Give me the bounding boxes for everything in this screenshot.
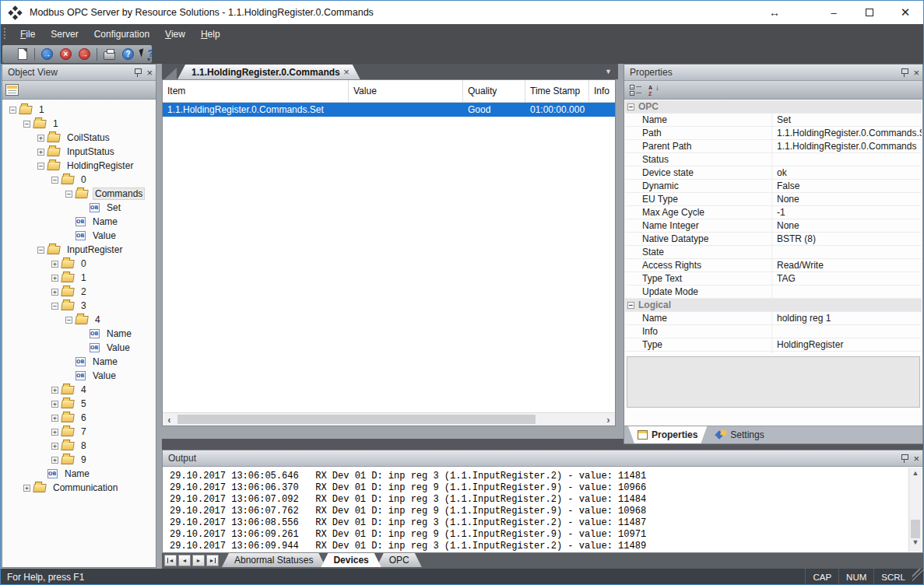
scroll-down-icon[interactable]: ▼ xyxy=(909,538,922,550)
last-tab-icon[interactable]: ► xyxy=(206,555,219,566)
property-value[interactable] xyxy=(771,153,922,166)
tree-toggle-minus-icon[interactable]: − xyxy=(37,247,44,254)
tree-item-name[interactable]: OB]Name xyxy=(3,215,155,229)
tree-item-coilstatus[interactable]: +CoilStatus xyxy=(3,131,155,145)
tree-toggle-minus-icon[interactable]: − xyxy=(65,317,72,324)
tree-toggle-minus-icon[interactable]: − xyxy=(65,191,72,198)
tree-item-name[interactable]: OB]Name xyxy=(3,355,155,369)
tree-item-7[interactable]: +7 xyxy=(3,425,155,439)
close-button[interactable]: ✕ xyxy=(887,1,923,24)
column-header-info[interactable]: Info xyxy=(589,80,615,102)
property-row[interactable]: DynamicFalse xyxy=(625,180,922,193)
property-row[interactable]: Max Age Cycle-1 xyxy=(625,206,922,219)
category-collapse-icon[interactable]: − xyxy=(627,302,634,309)
property-row[interactable]: EU TypeNone xyxy=(625,193,922,206)
tree-toggle-plus-icon[interactable]: + xyxy=(51,261,58,268)
scroll-up-icon[interactable]: ▲ xyxy=(909,469,922,481)
column-header-value[interactable]: Value xyxy=(349,80,463,102)
menu-item-server[interactable]: Server xyxy=(43,26,86,43)
pin-icon[interactable] xyxy=(134,68,141,77)
tree-item-1[interactable]: −1 xyxy=(3,103,155,117)
tab-list-dropdown-icon[interactable]: ▼ xyxy=(605,68,612,75)
pin-icon[interactable] xyxy=(901,454,908,463)
resize-grip[interactable] xyxy=(912,569,923,585)
property-row[interactable]: Name IntegerNone xyxy=(625,219,922,233)
output-vertical-scrollbar[interactable]: ▲ ▼ xyxy=(908,468,922,552)
property-value[interactable]: HoldingRegister xyxy=(771,338,922,351)
tree-toggle-plus-icon[interactable]: + xyxy=(51,443,58,450)
tree-item-holdingregister[interactable]: −HoldingRegister xyxy=(3,159,155,173)
property-category-opc[interactable]: −OPC xyxy=(625,100,922,114)
tab-devices[interactable]: Devices xyxy=(321,553,381,567)
column-header-quality[interactable]: Quality xyxy=(463,80,525,102)
menu-item-file[interactable]: File xyxy=(12,26,43,43)
property-category-logical[interactable]: −Logical xyxy=(625,299,922,312)
property-row[interactable]: Device stateok xyxy=(625,166,922,180)
menu-item-help[interactable]: Help xyxy=(193,26,228,43)
close-icon[interactable]: × xyxy=(146,68,153,78)
property-row[interactable]: TypeHoldingRegister xyxy=(625,338,922,352)
tab-close-icon[interactable]: × xyxy=(343,66,350,78)
categorized-view-button[interactable]: ++ xyxy=(627,82,643,97)
tree-item-6[interactable]: +6 xyxy=(3,411,155,425)
property-value[interactable]: BSTR (8) xyxy=(771,233,922,245)
property-row[interactable]: Info xyxy=(625,325,922,338)
tree-toggle-plus-icon[interactable]: + xyxy=(51,457,58,464)
tree-toggle-minus-icon[interactable]: − xyxy=(51,177,58,184)
property-value[interactable] xyxy=(771,246,922,258)
property-value[interactable]: -1 xyxy=(771,206,922,219)
scrollbar-thumb[interactable] xyxy=(911,520,920,538)
tab-settings[interactable]: Settings xyxy=(707,426,773,443)
tree-item-9[interactable]: +9 xyxy=(3,453,155,467)
prev-tab-icon[interactable]: ◄ xyxy=(178,555,191,566)
toolbar-overflow-icon[interactable]: ▾ xyxy=(147,56,150,63)
property-row[interactable]: Path1.1.HoldingRegister.0.Commands.Set xyxy=(625,127,922,140)
stop-button[interactable]: × xyxy=(58,47,74,62)
tree-toggle-plus-icon[interactable]: + xyxy=(51,387,58,394)
property-value[interactable] xyxy=(771,285,922,298)
tree-toggle-plus-icon[interactable]: + xyxy=(37,135,44,142)
tree-item-0[interactable]: −0 xyxy=(3,173,155,187)
tree-item-8[interactable]: +8 xyxy=(3,439,155,453)
tree-item-name[interactable]: OB]Name xyxy=(3,467,155,481)
tree-toggle-minus-icon[interactable]: − xyxy=(23,121,30,128)
property-row[interactable]: Update Mode xyxy=(625,285,922,299)
menu-item-configuration[interactable]: Configuration xyxy=(86,26,157,43)
property-value[interactable]: holding reg 1 xyxy=(771,312,922,324)
tree-item-communication[interactable]: +Communication xyxy=(3,481,155,495)
property-row[interactable]: Native DatatypeBSTR (8) xyxy=(625,233,922,246)
property-value[interactable]: None xyxy=(771,219,922,232)
tree-item-4[interactable]: +4 xyxy=(3,383,155,397)
tree-item-4[interactable]: −4 xyxy=(3,313,155,327)
property-value[interactable]: TAG xyxy=(771,272,922,285)
tree-item-commands[interactable]: −Commands xyxy=(3,187,155,201)
tree-item-3[interactable]: −3 xyxy=(3,299,155,313)
maximize-button[interactable] xyxy=(852,1,887,24)
tab-properties[interactable]: Properties xyxy=(628,426,707,443)
property-row[interactable]: NameSet xyxy=(625,114,922,127)
property-value[interactable]: Set xyxy=(771,114,922,126)
output-log[interactable]: 29.10.2017 13:06:05.646 RX Dev 01 D: inp… xyxy=(163,468,908,552)
print-button[interactable] xyxy=(101,47,118,62)
tree-toggle-plus-icon[interactable]: + xyxy=(51,401,58,408)
tree-item-value[interactable]: OB]Value xyxy=(3,369,155,383)
property-row[interactable]: Nameholding reg 1 xyxy=(625,312,922,325)
tree-item-value[interactable]: OB]Value xyxy=(3,341,155,355)
column-header-item[interactable]: Item xyxy=(163,80,349,102)
tree-item-set[interactable]: OB]Set xyxy=(3,201,155,215)
menu-item-view[interactable]: View xyxy=(157,26,193,43)
tree-item-name[interactable]: OB]Name xyxy=(3,327,155,341)
property-value[interactable]: ok xyxy=(771,166,922,179)
property-row[interactable]: Status xyxy=(625,153,922,166)
tree-item-inputstatus[interactable]: +InputStatus xyxy=(3,145,155,159)
tree-item-0[interactable]: +0 xyxy=(3,257,155,271)
tree-item-2[interactable]: +2 xyxy=(3,285,155,299)
property-value[interactable]: 1.1.HoldingRegister.0.Commands xyxy=(771,140,922,152)
restart-button[interactable]: → xyxy=(76,47,93,62)
property-value[interactable]: None xyxy=(771,193,922,205)
first-tab-icon[interactable]: ◄ xyxy=(164,555,177,566)
close-icon[interactable]: × xyxy=(913,454,919,464)
property-row[interactable]: Access RightsRead/Write xyxy=(625,259,922,272)
scroll-left-icon[interactable]: ‹ xyxy=(163,413,176,426)
table-horizontal-scrollbar[interactable]: ‹ › xyxy=(163,412,615,426)
